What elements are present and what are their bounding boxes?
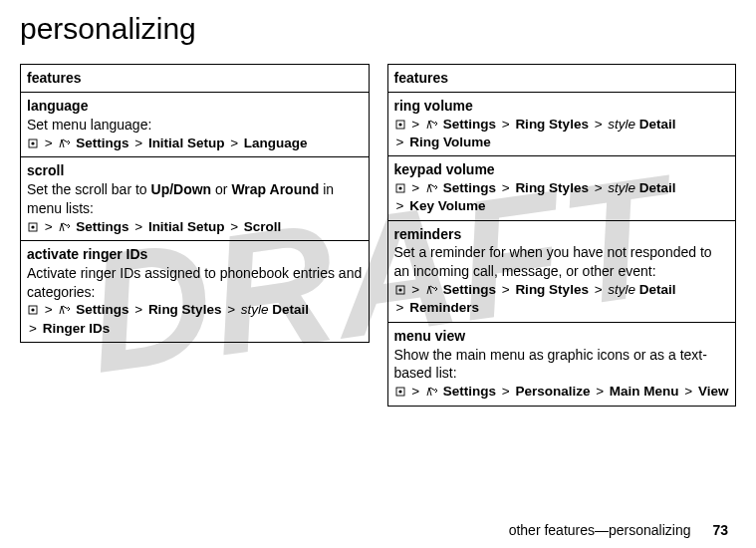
settings-icon — [425, 117, 439, 132]
row-ringer-ids: activate ringer IDs Activate ringer IDs … — [21, 240, 370, 342]
left-column: features language Set menu language: > S… — [20, 64, 370, 407]
right-column: features ring volume > Settings > Ring S… — [387, 64, 737, 407]
row-crumb: > Settings > Personalize > Main Menu > V… — [394, 383, 730, 401]
row-desc: Set menu language: — [27, 116, 363, 135]
row-keypad-volume: keypad volume > Settings > Ring Styles >… — [387, 156, 736, 220]
table-header: features — [387, 65, 736, 93]
crumb-step: Language — [244, 136, 308, 150]
settings-icon — [58, 219, 72, 234]
center-key-icon — [394, 180, 406, 195]
settings-icon — [425, 282, 439, 297]
crumb-style: style — [608, 180, 635, 195]
settings-icon — [425, 384, 439, 399]
crumb-step: View — [698, 384, 729, 399]
center-key-icon — [394, 282, 406, 297]
center-key-icon — [27, 136, 39, 150]
center-key-icon — [394, 117, 406, 132]
page-title: personalizing — [20, 12, 736, 46]
right-table: features ring volume > Settings > Ring S… — [387, 64, 737, 407]
content-columns: features language Set menu language: > S… — [20, 64, 736, 407]
crumb-step: Reminders — [409, 300, 479, 315]
crumb-step: Main Menu — [610, 384, 679, 399]
row-subhead: reminders — [394, 225, 730, 244]
row-crumb: > Settings > Initial Setup > Language — [27, 135, 363, 152]
settings-icon — [58, 302, 72, 317]
crumb-step: Settings — [443, 180, 496, 195]
svg-point-4 — [31, 309, 34, 312]
table-header: features — [21, 65, 370, 93]
crumb-step: Ring Volume — [409, 135, 491, 149]
svg-point-8 — [398, 187, 401, 190]
center-key-icon — [394, 384, 406, 399]
settings-icon — [58, 136, 72, 150]
desc-mid: or — [211, 181, 231, 197]
row-subhead: activate ringer IDs — [27, 245, 363, 264]
crumb-step: Scroll — [244, 219, 282, 234]
footer-text: other features—personalizing — [509, 522, 691, 538]
svg-point-12 — [398, 391, 401, 394]
crumb-step: Settings — [76, 136, 128, 150]
svg-point-2 — [31, 225, 34, 228]
row-subhead: keypad volume — [394, 160, 730, 179]
svg-point-6 — [398, 123, 401, 126]
row-crumb: > Settings > Ring Styles > style Detail … — [394, 179, 730, 215]
row-subhead: menu view — [394, 327, 730, 346]
crumb-step: Detail — [639, 180, 676, 195]
row-desc: Show the main menu as graphic icons or a… — [394, 346, 730, 384]
row-ring-volume: ring volume > Settings > Ring Styles > s… — [387, 92, 736, 155]
row-language: language Set menu language: > Settings >… — [21, 92, 370, 156]
row-crumb: > Settings > Ring Styles > style Detail … — [394, 281, 730, 317]
crumb-step: Personalize — [515, 384, 590, 399]
crumb-step: Detail — [272, 302, 309, 317]
settings-icon — [425, 180, 439, 195]
crumb-step: Settings — [443, 282, 496, 297]
crumb-step: Settings — [443, 384, 496, 399]
crumb-step: Ringer IDs — [43, 321, 111, 336]
desc-pre: Set the scroll bar to — [27, 181, 151, 197]
row-subhead: scroll — [27, 161, 363, 180]
crumb-step: Ring Styles — [148, 302, 222, 317]
crumb-step: Settings — [76, 219, 128, 234]
crumb-step: Initial Setup — [148, 136, 225, 150]
row-crumb: > Settings > Initial Setup > Scroll — [27, 218, 363, 236]
crumb-step: Ring Styles — [515, 282, 589, 297]
left-table: features language Set menu language: > S… — [20, 64, 370, 343]
crumb-step: Initial Setup — [148, 219, 225, 234]
crumb-step: Detail — [639, 117, 676, 132]
row-desc: Set the scroll bar to Up/Down or Wrap Ar… — [27, 180, 363, 218]
desc-bold: Wrap Around — [231, 181, 319, 197]
crumb-step: Detail — [639, 282, 676, 297]
page-footer: other features—personalizing 73 — [509, 522, 728, 538]
center-key-icon — [27, 302, 39, 317]
crumb-step: Key Volume — [409, 198, 485, 213]
row-crumb: > Settings > Ring Styles > style Detail … — [394, 116, 730, 151]
svg-point-0 — [31, 141, 34, 144]
row-desc: Activate ringer IDs assigned to phoneboo… — [27, 264, 363, 302]
crumb-step: Ring Styles — [515, 117, 589, 132]
crumb-style: style — [608, 117, 635, 132]
crumb-style: style — [608, 282, 635, 297]
crumb-style: style — [241, 302, 269, 317]
row-menu-view: menu view Show the main menu as graphic … — [387, 322, 736, 406]
crumb-step: Ring Styles — [515, 180, 589, 195]
row-crumb: > Settings > Ring Styles > style Detail … — [27, 301, 363, 337]
crumb-step: Settings — [443, 117, 496, 132]
center-key-icon — [27, 219, 39, 234]
row-desc: Set a reminder for when you have not res… — [394, 243, 730, 281]
desc-bold: Up/Down — [151, 181, 212, 197]
svg-point-10 — [398, 289, 401, 292]
row-subhead: ring volume — [394, 97, 730, 116]
page-number: 73 — [712, 522, 728, 538]
row-scroll: scroll Set the scroll bar to Up/Down or … — [21, 156, 370, 240]
crumb-step: Settings — [76, 302, 128, 317]
row-reminders: reminders Set a reminder for when you ha… — [387, 220, 736, 322]
row-subhead: language — [27, 97, 363, 116]
